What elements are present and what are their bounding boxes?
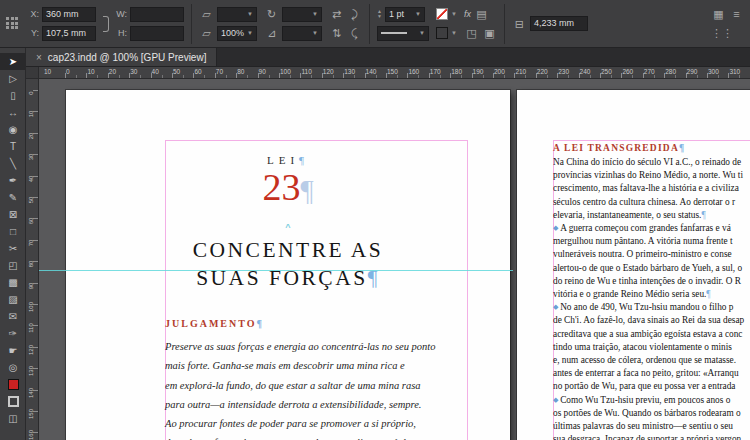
y-position-field[interactable]: 107,5 mm [42,26,96,41]
type-tool[interactable]: T [0,138,26,155]
gradient-feather-tool[interactable]: ▨ [0,291,26,308]
ruler-guide[interactable] [39,270,513,271]
ruler-number: 180 [451,68,462,75]
text-line: alertou-o de que o Estado bárbaro de Yue… [553,262,744,275]
ruler-number: 120 [28,343,34,357]
ruler-origin-corner[interactable] [26,67,39,79]
stroke-color-swatch[interactable] [0,393,26,410]
text-line: crescimento, mas faltava-lhe a história … [553,182,744,195]
indesign-window: X:360 mm Y:107,5 mm W: H: ▱▼ ▱100%▼ ↻▼ ⊿… [0,0,750,440]
stroke-style-dropdown[interactable]: ▼ [377,26,429,41]
pen-tool[interactable]: ✒ [0,172,26,189]
ruler-number: 60 [28,214,34,228]
chevron-down-icon: ▼ [312,11,318,17]
flip-horizontal-icon[interactable]: ⇄ [329,7,344,21]
document-tab[interactable]: × cap23.indd @ 100% [GPU Preview] [26,48,217,66]
rotate-90-cw-icon[interactable]: ⤸ [347,7,362,21]
horizontal-ruler[interactable]: 1001020304050607080901001101201301401501… [39,67,750,79]
x-position-field[interactable]: 360 mm [42,7,96,22]
chevron-down-icon: ▼ [247,11,253,17]
text-wrap-icon[interactable]: ▣ [482,26,497,40]
text-line: províncias vizinhas do Reino Médio, a no… [553,169,744,182]
right-page-text-frame[interactable]: Na China do início do século VI a.C., o … [553,156,744,440]
pencil-tool[interactable]: ✎ [0,189,26,206]
ruler-number: 230 [558,68,569,75]
pilcrow-mark: ¶ [257,318,264,329]
tools-panel: ➤▷▯↔◉T╲✒✎⊠□✂◰▩▨✉✑☛◎◫ [0,48,26,440]
scale-y-field[interactable]: 100%▼ [217,26,257,41]
gradient-swatch-tool[interactable]: ▩ [0,274,26,291]
gap-tool[interactable]: ↔ [0,104,26,121]
text-line: tindo uma traição, atacou violentamente … [553,341,744,354]
constrain-proportions-icon[interactable] [103,16,109,32]
ruler-number: 190 [473,68,484,75]
width-field[interactable] [130,7,184,22]
screen-mode-button[interactable]: ◫ [0,410,26,427]
content-collector-tool[interactable]: ◉ [0,121,26,138]
ruler-number: 260 [622,68,633,75]
ruler-number: 130 [28,364,34,378]
chevron-down-icon: ▼ [415,11,421,17]
text-line: Preserve as suas forças e energia ao con… [165,337,477,356]
ruler-number: 90 [259,68,266,75]
hand-tool[interactable]: ☛ [0,342,26,359]
measurement-field[interactable]: 4,233 mm [530,16,588,31]
chevron-down-icon: ▼ [451,30,457,36]
line-tool[interactable]: ╲ [0,155,26,172]
document-tab-bar: × cap23.indd @ 100% [GPU Preview] [26,48,750,67]
zoom-tool[interactable]: ◎ [0,359,26,376]
rotation-field[interactable]: ▼ [282,7,322,22]
fill-red-swatch[interactable] [436,27,448,39]
drop-shadow-icon[interactable]: ▤ [474,7,489,21]
panel-menu-icon[interactable]: ≡ [729,7,744,21]
scale-y-icon: ▱ [199,26,214,40]
right-page[interactable]: A LEI TRANSGREDIDA¶ Na China do início d… [517,90,750,440]
note-tool[interactable]: ✉ [0,308,26,325]
ruler-number: 70 [28,236,34,250]
shear-angle-icon: ⊿ [264,26,279,40]
shear-field[interactable]: ▼ [282,26,322,41]
scale-x-icon: ▱ [199,7,214,21]
effects-icon[interactable]: fx [464,9,471,19]
free-transform-tool[interactable]: ◰ [0,257,26,274]
text-line: no portão de Wu, para que eu possa ver a… [553,380,744,393]
tab-close-icon[interactable]: × [36,52,42,63]
height-label: H: [116,28,127,38]
ruler-number: 100 [28,300,34,314]
stroke-weight-field[interactable]: 1 pt▼ [385,7,425,22]
scissors-tool[interactable]: ✂ [0,240,26,257]
scale-x-field[interactable]: ▼ [217,7,257,22]
fill-color-swatch[interactable] [0,376,26,393]
corner-options-icon[interactable]: ◳ [464,26,479,40]
selection-tool[interactable]: ➤ [0,53,26,70]
x-label: X: [28,9,39,19]
eyedropper-tool[interactable]: ✑ [0,325,26,342]
opening-text-frame[interactable]: Preserve as suas forças e energia ao con… [165,337,477,440]
ruler-number: 10 [44,68,51,75]
panel-grid-icon[interactable]: ▦ [711,7,726,21]
gutter-icon: ⊟ [512,17,527,31]
divider [191,4,192,44]
left-page[interactable]: LEI¶ 23¶ ^ CONCENTRE AS SUAS FORÇAS¶ JUL… [66,90,510,440]
guide-caret: ^ [66,222,510,232]
text-line: do reino de Wu e tinha intenções de o in… [553,275,744,288]
rectangle-frame-tool[interactable]: ⊠ [0,206,26,223]
rotate-90-ccw-icon[interactable]: ⤹ [347,26,362,40]
rectangle-tool[interactable]: □ [0,223,26,240]
title-line: CONCENTRE AS [66,236,510,264]
reference-point-proxy[interactable] [6,17,19,30]
ruler-number: 10 [87,68,94,75]
pasteboard[interactable]: LEI¶ 23¶ ^ CONCENTRE AS SUAS FORÇAS¶ JUL… [39,79,750,440]
page-tool[interactable]: ▯ [0,87,26,104]
chevron-down-icon: ▼ [247,30,253,36]
direct-selection-tool[interactable]: ▷ [0,70,26,87]
vertical-ruler[interactable]: 0102030405060708090100110120130140150160 [26,79,39,440]
chevron-down-icon: ▼ [451,11,457,17]
stroke-none-swatch[interactable] [436,8,448,20]
flip-vertical-icon[interactable]: ⇅ [329,26,344,40]
height-field[interactable] [130,26,184,41]
workspace-icon[interactable]: ⋮⋮ [711,26,726,40]
stroke-weight-stepper[interactable]: ▲▼ [377,9,382,19]
ruler-number: 80 [28,257,34,271]
text-line: de Ch'i. Ao fazê-lo, dava sinais ao Rei … [553,314,744,327]
